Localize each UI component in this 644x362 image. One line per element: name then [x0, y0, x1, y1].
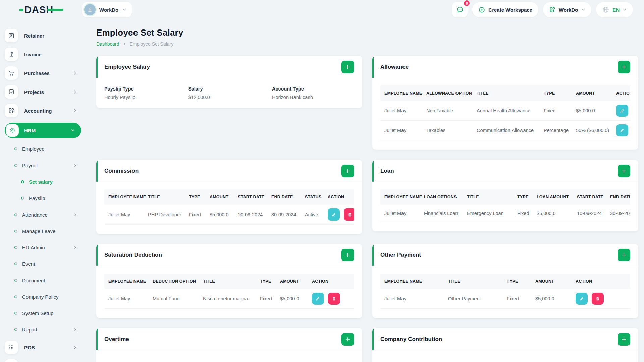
sidebar-item-employee[interactable]: Employee [14, 143, 82, 154]
sidebar-item-event[interactable]: Event [14, 258, 82, 269]
card-title: Allowance [380, 64, 409, 70]
sidebar-item-projects[interactable]: Projects [5, 85, 82, 99]
sidebar-item-document[interactable]: Document [14, 275, 82, 286]
sidebar-item-manage-leave[interactable]: Manage Leave [14, 226, 82, 236]
chevron-right-icon [73, 213, 77, 217]
chat-button[interactable]: 0 [452, 2, 468, 17]
brand-logo[interactable]: DASH [0, 4, 82, 16]
pos-grid-icon [5, 341, 18, 354]
card-title: Commission [104, 168, 139, 174]
column-header: ACTION [308, 274, 354, 289]
workdo-menu-button[interactable]: WorkDo [543, 2, 591, 17]
field-label: Payslip Type [104, 86, 188, 92]
sidebar-item-crm[interactable]: CRM [5, 359, 82, 362]
plus-icon [621, 336, 627, 342]
sidebar-item-invoice[interactable]: Invoice [5, 48, 82, 61]
main-content: Employee Set Salary Dashboard Employee S… [82, 19, 644, 362]
sidebar-item-pos[interactable]: POS [5, 341, 82, 354]
bullet-icon [21, 197, 24, 200]
column-header: START DATE [234, 189, 267, 205]
topbar-actions: 0 Create Workspace WorkDo EN [452, 2, 633, 17]
sidebar-item-system-setup[interactable]: System Setup [14, 308, 82, 318]
sidebar-item-retainer[interactable]: Retainer [5, 29, 82, 42]
column-header: ACTION [612, 85, 630, 101]
field-value: Hourly Payslip [104, 95, 188, 100]
card-title: Employee Salary [104, 64, 150, 70]
bullet-icon [14, 246, 17, 249]
create-workspace-button[interactable]: Create Workspace [472, 2, 538, 17]
add-loan-button[interactable] [618, 165, 630, 177]
add-commission-button[interactable] [341, 165, 354, 177]
retainer-icon [5, 29, 18, 42]
sidebar-item-payroll[interactable]: Payroll [14, 160, 82, 171]
employee-salary-details: Payslip Type Hourly Payslip Salary $12,0… [96, 78, 362, 108]
trash-icon [595, 296, 600, 301]
loan-card: Loan EMPLOYEE NAME LOAN OPTIONS TITLE TY… [372, 160, 638, 231]
field-label: Account Type [272, 86, 354, 92]
workspace-avatar [84, 4, 96, 15]
plus-icon [345, 64, 351, 70]
breadcrumb-dashboard-link[interactable]: Dashboard [96, 41, 119, 47]
sidebar-item-report[interactable]: Report [14, 324, 82, 335]
sidebar-item-purchases[interactable]: Purchases [5, 66, 82, 80]
status-text: Active [301, 205, 324, 225]
sidebar-item-hr-admin[interactable]: HR Admin [14, 242, 82, 253]
sidebar-item-payslip[interactable]: Payslip [21, 193, 82, 203]
pencil-icon [620, 108, 625, 113]
plus-icon [345, 336, 351, 342]
add-overtime-button[interactable] [341, 333, 354, 346]
cards-grid: Employee Salary Payslip Type Hourly Pays… [96, 56, 638, 362]
hrm-icon [6, 124, 19, 137]
column-header: TITLE [199, 274, 256, 289]
breadcrumb-current: Employee Set Salary [130, 41, 174, 47]
table-row: Juliet May PHP Developer Fixed $5,000.0 … [104, 205, 354, 225]
edit-button[interactable] [312, 293, 324, 305]
column-header: TYPE [185, 189, 206, 205]
sidebar-item-company-policy[interactable]: Company Policy [14, 291, 82, 302]
delete-button[interactable] [592, 293, 604, 305]
column-header: TYPE [540, 85, 572, 101]
sidebar-item-hrm[interactable]: HRM [5, 123, 81, 138]
add-company-contribution-button[interactable] [618, 333, 630, 346]
add-other-payment-button[interactable] [618, 249, 630, 261]
bullet-icon [14, 230, 17, 233]
delete-button[interactable] [344, 208, 354, 221]
sidebar-item-attendance[interactable]: Attendance [14, 209, 82, 220]
edit-button[interactable] [576, 293, 588, 305]
column-header: EMPLOYEE NAME [380, 189, 420, 205]
edit-button[interactable] [328, 208, 340, 221]
edit-button[interactable] [616, 124, 628, 136]
commission-table: EMPLOYEE NAME TITLE TYPE AMOUNT START DA… [104, 189, 354, 225]
pencil-icon [315, 296, 321, 301]
table-row: Juliet May Financials Loan Emergency Loa… [380, 205, 630, 222]
add-allowance-button[interactable] [618, 61, 630, 73]
add-employee-salary-button[interactable] [341, 61, 354, 73]
sidebar-item-accounting[interactable]: Accounting [5, 104, 82, 117]
column-header: EMPLOYEE NAME [380, 274, 444, 289]
column-header: AMOUNT [206, 189, 234, 205]
allowance-table: EMPLOYEE NAME ALLOWNACE OPTION TITLE TYP… [380, 85, 630, 140]
chevron-right-icon [73, 245, 77, 250]
column-header: TYPE [256, 274, 276, 289]
bullet-icon [14, 147, 17, 150]
other-payment-card: Other Payment EMPLOYEE NAME TITLE TYPE A… [372, 244, 638, 318]
column-header: DEDUCTION OPTION [149, 274, 199, 289]
building-icon [87, 7, 93, 13]
table-row: Juliet May Non Taxable Annual Health All… [380, 101, 630, 121]
column-header: EMPLOYEE NAME [380, 85, 422, 101]
invoice-icon [5, 48, 18, 61]
delete-button[interactable] [328, 293, 340, 305]
trash-icon [347, 212, 353, 217]
grid-plus-icon [549, 6, 556, 13]
create-workspace-label: Create Workspace [488, 7, 532, 13]
bullet-icon [14, 295, 17, 298]
edit-button[interactable] [616, 105, 628, 117]
card-title: Company Contribution [380, 336, 442, 343]
sidebar-item-set-salary[interactable]: Set salary [21, 176, 82, 187]
workspace-switcher[interactable]: WorkDo [82, 2, 132, 17]
language-selector[interactable]: EN [596, 2, 633, 17]
chevron-right-icon [73, 108, 77, 113]
column-header: EMPLOYEE NAME [104, 189, 144, 205]
add-saturation-deduction-button[interactable] [341, 249, 354, 261]
cart-icon [5, 66, 18, 80]
